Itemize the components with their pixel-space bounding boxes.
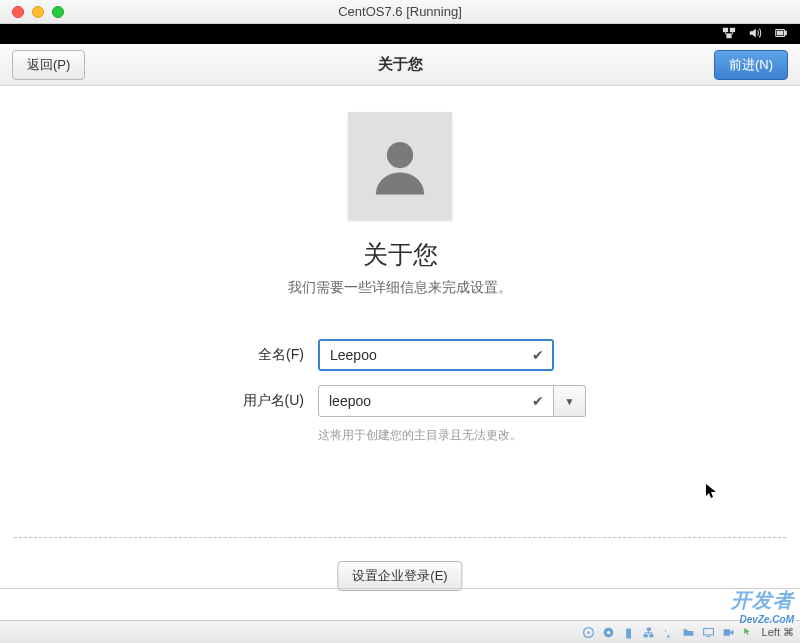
username-row: 用户名(U) ✔ ▼	[214, 385, 586, 417]
chevron-down-icon: ▼	[565, 396, 575, 407]
svg-rect-4	[785, 31, 787, 35]
battery-icon[interactable]	[774, 26, 788, 43]
user-icon	[365, 131, 435, 201]
username-label: 用户名(U)	[214, 392, 304, 410]
page-subtitle: 我们需要一些详细信息来完成设置。	[288, 279, 512, 297]
watermark-line1: 开发者	[731, 589, 794, 611]
macos-titlebar: CentOS7.6 [Running]	[0, 0, 800, 24]
back-button[interactable]: 返回(P)	[12, 50, 85, 80]
full-name-label: 全名(F)	[214, 346, 304, 364]
page-title: 关于您	[363, 238, 438, 271]
svg-point-8	[587, 631, 589, 633]
username-dropdown[interactable]: ▼	[554, 385, 586, 417]
form: 全名(F) ✔ 用户名(U) ✔ ▼ 这将用于创建您的主目录且无法更改。	[214, 339, 586, 444]
bottom-separator	[0, 588, 800, 589]
display-icon[interactable]	[702, 625, 716, 639]
svg-point-10	[607, 630, 610, 633]
full-name-input[interactable]	[318, 339, 554, 371]
svg-rect-2	[726, 33, 731, 37]
close-window-button[interactable]	[12, 6, 24, 18]
mouse-integration-icon[interactable]	[742, 625, 756, 639]
svg-rect-13	[647, 627, 651, 630]
watermark-line2: DevZe.CoM	[731, 614, 794, 625]
vm-window-title: CentOS7.6 [Running]	[338, 4, 462, 19]
svg-point-6	[387, 142, 413, 168]
maximize-window-button[interactable]	[52, 6, 64, 18]
network-status-icon[interactable]	[642, 625, 656, 639]
svg-rect-1	[730, 27, 735, 31]
svg-rect-11	[644, 634, 648, 637]
svg-rect-0	[723, 27, 728, 31]
svg-rect-15	[704, 628, 714, 635]
recording-icon[interactable]	[722, 625, 736, 639]
svg-rect-5	[778, 31, 783, 35]
shared-folder-icon[interactable]	[682, 625, 696, 639]
content-area: 关于您 我们需要一些详细信息来完成设置。 全名(F) ✔ 用户名(U) ✔ ▼ …	[0, 86, 800, 620]
audio-icon[interactable]: ▮	[622, 625, 636, 639]
usb-icon[interactable]	[662, 625, 676, 639]
username-hint: 这将用于创建您的主目录且无法更改。	[318, 427, 586, 444]
svg-rect-16	[724, 629, 731, 636]
svg-point-14	[667, 635, 669, 637]
full-name-row: 全名(F) ✔	[214, 339, 586, 371]
minimize-window-button[interactable]	[32, 6, 44, 18]
enterprise-login-button[interactable]: 设置企业登录(E)	[337, 561, 462, 591]
guest-topbar	[0, 24, 800, 44]
svg-rect-12	[649, 634, 653, 637]
dotted-separator	[14, 537, 786, 538]
hard-disk-icon[interactable]	[582, 625, 596, 639]
username-input[interactable]	[318, 385, 554, 417]
traffic-lights	[0, 6, 64, 18]
gnome-header: 返回(P) 关于您 前进(N)	[0, 44, 800, 86]
forward-button[interactable]: 前进(N)	[714, 50, 788, 80]
volume-icon[interactable]	[748, 26, 762, 43]
avatar-placeholder[interactable]	[348, 112, 452, 220]
cursor-icon	[706, 484, 718, 503]
host-key-label: Left ⌘	[762, 626, 794, 639]
network-icon[interactable]	[722, 26, 736, 43]
virtualbox-statusbar: ▮ Left ⌘	[0, 620, 800, 643]
watermark: 开发者 DevZe.CoM	[731, 587, 794, 625]
header-title: 关于您	[378, 55, 423, 74]
optical-disk-icon[interactable]	[602, 625, 616, 639]
